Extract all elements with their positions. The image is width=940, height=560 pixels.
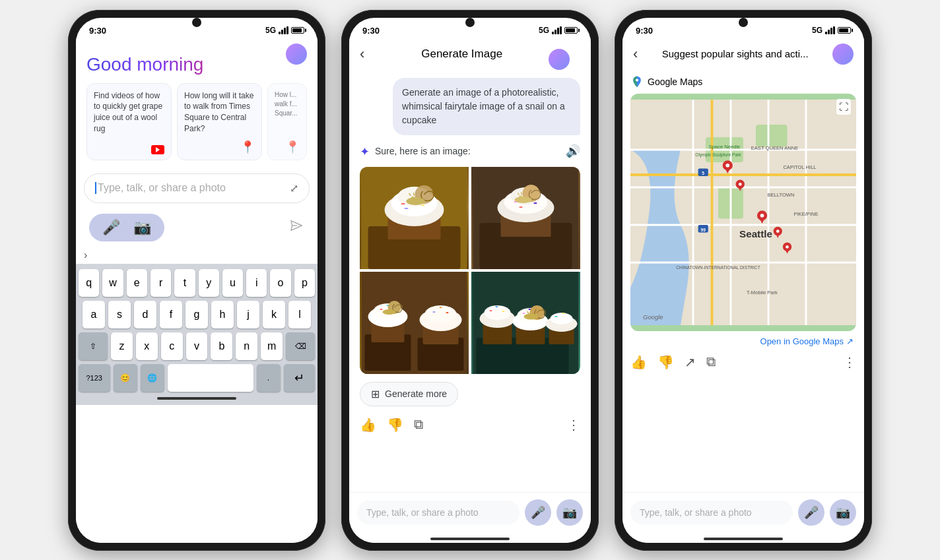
key-s[interactable]: s (108, 301, 131, 328)
placeholder-text: Type, talk, or share a photo (98, 182, 226, 194)
key-123[interactable]: ?123 (79, 364, 110, 392)
thumbs-up-icon-2[interactable]: 👍 (360, 417, 376, 433)
key-y[interactable]: y (199, 269, 219, 297)
chevron-row[interactable]: › (76, 247, 318, 264)
main-input-area[interactable]: Type, talk, or share a photo ⤢ (84, 173, 310, 203)
nav-header-3: ‹ Suggest popular sights and acti... (622, 38, 864, 70)
key-q[interactable]: q (79, 269, 99, 297)
key-m[interactable]: m (261, 332, 283, 360)
time-1: 9:30 (89, 26, 106, 36)
key-h[interactable]: h (211, 301, 234, 328)
suggestion-icon-0 (94, 145, 164, 154)
back-button-3[interactable]: ‹ (633, 46, 638, 63)
map-container[interactable]: 5 99 Seattle EAST QUEEN ANNE CAPITOL HIL… (630, 94, 856, 331)
key-z[interactable]: z (111, 332, 133, 360)
key-o[interactable]: o (270, 269, 290, 297)
svg-rect-54 (496, 306, 498, 307)
svg-text:Olympic Sculpture Park: Olympic Sculpture Park (695, 152, 741, 157)
bottom-input-field-2[interactable]: Type, talk, or share a photo (357, 501, 520, 524)
key-f[interactable]: f (160, 301, 182, 328)
key-n[interactable]: n (236, 332, 257, 360)
expand-icon[interactable]: ⤢ (290, 182, 298, 195)
thumbs-up-icon-3[interactable]: 👍 (630, 354, 647, 370)
avatar-1[interactable] (286, 44, 307, 65)
chat-content-2: Generate an image of a photorealistic, w… (349, 70, 591, 492)
thumbs-down-icon-3[interactable]: 👎 (657, 354, 674, 370)
generate-more-button[interactable]: ⊞ Generate more (360, 382, 458, 406)
open-maps-link[interactable]: Open in Google Maps ↗ (630, 331, 856, 352)
svg-point-71 (636, 78, 638, 81)
status-right-3: 5G (812, 26, 851, 35)
suggestion-card-0[interactable]: Find videos of how to quickly get grape … (86, 83, 172, 160)
key-a[interactable]: a (83, 301, 105, 328)
key-p[interactable]: p (294, 269, 315, 297)
status-right-2: 5G (539, 26, 578, 35)
key-row-2: a s d f g h j k l (79, 301, 315, 328)
avatar-3[interactable] (832, 44, 854, 65)
key-period[interactable]: . (257, 364, 281, 392)
mic-icon[interactable]: 🎤 (102, 219, 120, 236)
avatar-2[interactable] (549, 49, 570, 70)
copy-icon-3[interactable]: ⧉ (706, 354, 716, 369)
key-t[interactable]: t (174, 269, 195, 297)
phone-notch-3 (739, 18, 748, 27)
key-globe[interactable]: 🌐 (141, 364, 164, 392)
key-backspace[interactable]: ⌫ (286, 332, 315, 360)
svg-point-101 (725, 163, 729, 167)
phone-screen-1: 9:30 5G Good morning (76, 18, 318, 543)
key-u[interactable]: u (222, 269, 243, 297)
screen-main-2: ‹ Generate Image Generate an image of a … (349, 38, 591, 543)
network-1: 5G (265, 26, 276, 35)
back-button-2[interactable]: ‹ (360, 46, 364, 63)
key-c[interactable]: c (161, 332, 183, 360)
key-g[interactable]: g (185, 301, 208, 328)
key-enter[interactable]: ↵ (284, 364, 316, 392)
key-l[interactable]: l (288, 301, 311, 328)
key-j[interactable]: j (237, 301, 259, 328)
bottom-mic-btn-2[interactable]: 🎤 (525, 499, 551, 526)
key-shift[interactable]: ⇧ (79, 332, 108, 360)
more-icon-3[interactable]: ⋮ (843, 354, 856, 370)
send-icon[interactable] (290, 218, 304, 236)
key-k[interactable]: k (263, 301, 285, 328)
camera-icon[interactable]: 📷 (133, 219, 151, 236)
generated-image-4[interactable] (471, 272, 580, 374)
phone-3: 9:30 5G ‹ Suggest popular sights and act… (615, 10, 872, 551)
bottom-camera-btn-2[interactable]: 📷 (556, 499, 583, 526)
suggestion-cards: Find videos of how to quickly get grape … (86, 83, 307, 160)
key-e[interactable]: e (127, 269, 147, 297)
fullscreen-icon[interactable]: ⛶ (836, 99, 851, 115)
key-r[interactable]: r (151, 269, 171, 297)
key-v[interactable]: v (186, 332, 208, 360)
key-b[interactable]: b (211, 332, 232, 360)
maps-label: Google Maps (630, 75, 856, 88)
generated-image-1[interactable] (360, 167, 469, 269)
key-emoji[interactable]: 😊 (114, 364, 137, 392)
generated-image-3[interactable] (360, 272, 469, 374)
bottom-input-field-3[interactable]: Type, talk, or share a photo (630, 501, 793, 524)
generated-image-2[interactable] (471, 167, 580, 269)
sound-icon[interactable]: 🔊 (566, 144, 580, 158)
copy-icon-2[interactable]: ⧉ (414, 417, 423, 432)
suggestion-card-1[interactable]: How long will it take to walk from Times… (177, 83, 262, 160)
signal-icon-1 (279, 26, 288, 34)
more-icon-2[interactable]: ⋮ (567, 417, 580, 433)
svg-point-64 (551, 313, 573, 325)
key-space[interactable] (168, 364, 253, 392)
key-x[interactable]: x (136, 332, 158, 360)
bottom-mic-btn-3[interactable]: 🎤 (798, 499, 824, 526)
suggestion-card-2[interactable]: How l... walk f... Squar... 📍 (267, 83, 307, 160)
bottom-camera-btn-3[interactable]: 📷 (830, 499, 856, 526)
text-cursor (95, 182, 96, 194)
key-row-3: ⇧ z x c v b n m ⌫ (79, 332, 315, 360)
svg-text:Seattle: Seattle (739, 228, 772, 239)
key-d[interactable]: d (134, 301, 156, 328)
key-w[interactable]: w (102, 269, 123, 297)
key-i[interactable]: i (246, 269, 267, 297)
chevron-icon: › (84, 249, 87, 261)
share-icon-3[interactable]: ↗ (685, 354, 696, 370)
suggestion-text-1: How long will it take to walk from Times… (184, 90, 255, 135)
thumbs-down-icon-2[interactable]: 👎 (387, 417, 403, 433)
map-svg: 5 99 Seattle EAST QUEEN ANNE CAPITOL HIL… (630, 94, 856, 331)
svg-text:BELLTOWN: BELLTOWN (767, 192, 794, 198)
